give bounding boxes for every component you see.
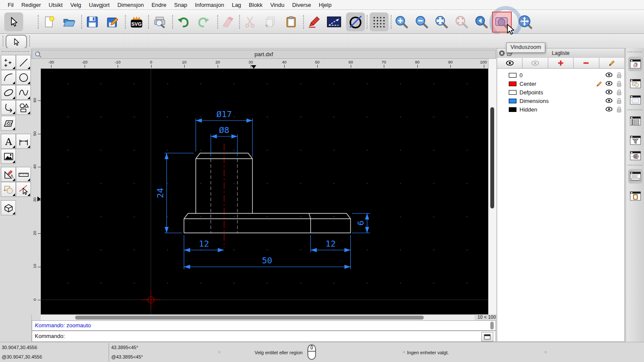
circle-tool-button[interactable] (16, 70, 31, 85)
ruler-tick (251, 65, 251, 68)
menu-diverse[interactable]: Diverse (292, 2, 311, 8)
layer-lock-icon[interactable] (617, 106, 622, 113)
v-scroll-thumb[interactable] (490, 107, 494, 208)
layer-lock-icon[interactable] (617, 72, 622, 78)
layer-list-toggle[interactable] (628, 114, 643, 128)
solid-tool-button[interactable] (1, 200, 16, 215)
copy-icon (264, 15, 277, 28)
preview-panel-toggle[interactable] (628, 93, 643, 107)
document-title-bar[interactable]: part.dxf (32, 50, 496, 59)
layer-row-0[interactable]: 0 (497, 71, 624, 80)
dimension-tool-button[interactable] (16, 134, 31, 149)
layer-row-defpoints[interactable]: Defpoints (497, 88, 624, 97)
menu-snap[interactable]: Snap (174, 2, 187, 8)
text-tool-icon: A (3, 136, 14, 147)
edit-layer-button[interactable] (599, 58, 624, 68)
text-tool-button[interactable]: A (1, 134, 16, 149)
command-widget-toggle[interactable] (628, 169, 643, 184)
selection-filter-toggle[interactable] (628, 133, 643, 148)
open-file-button[interactable] (61, 14, 77, 30)
ruler-tool-icon (18, 169, 29, 180)
zoom-out-button[interactable] (414, 14, 429, 30)
menu-fil[interactable]: Fil (8, 2, 14, 8)
polyline-tool-button[interactable] (1, 100, 16, 115)
layer-visible-icon[interactable] (605, 98, 613, 103)
spline-tool-button[interactable] (16, 85, 31, 100)
menu-vindu[interactable]: Vindu (270, 2, 284, 8)
command-input[interactable]: Kommando: (32, 331, 496, 342)
point-tool-button[interactable] (1, 55, 16, 70)
drawing-canvas[interactable]: Ø17 Ø8 24 6 12 12 50 (41, 69, 488, 314)
layer-lock-icon[interactable] (617, 81, 622, 87)
undo-button[interactable] (176, 14, 191, 30)
selection-arrow-button[interactable] (6, 35, 27, 49)
zoom-auto-button[interactable] (434, 14, 449, 30)
pan-button[interactable] (517, 14, 533, 30)
spline-tool-icon (18, 87, 29, 98)
layer-row-hidden[interactable]: Hidden (497, 106, 624, 114)
menu-informasjon[interactable]: Informasjon (195, 2, 224, 8)
polygon-tool-button[interactable] (16, 100, 31, 115)
print-preview-button[interactable] (152, 14, 167, 30)
draw-line-button[interactable] (326, 14, 342, 30)
add-layer-button[interactable] (548, 58, 574, 68)
menu-rediger[interactable]: Rediger (21, 2, 41, 8)
hide-all-layers-button[interactable] (522, 58, 548, 68)
zoom-back-button[interactable] (474, 14, 489, 30)
delete-button[interactable] (220, 14, 235, 30)
redo-button[interactable] (196, 14, 211, 30)
ruler-label: 30 (32, 197, 37, 203)
layer-visible-icon[interactable] (605, 90, 613, 94)
zoom-in-button[interactable] (394, 14, 409, 30)
save-as-button[interactable] (105, 14, 120, 30)
clipboard-panel-toggle[interactable] (628, 189, 643, 203)
command-window-toggle-button[interactable] (481, 332, 493, 341)
menu-blokk[interactable]: Blokk (249, 2, 263, 8)
remove-layer-button[interactable] (574, 58, 599, 68)
menu-lag[interactable]: Lag (232, 2, 241, 8)
draw-pencil-button[interactable] (307, 14, 322, 30)
layer-lock-icon[interactable] (617, 98, 622, 104)
layer-visible-icon[interactable] (605, 81, 613, 86)
ellipse-tool-button[interactable] (1, 85, 16, 100)
layer-row-dimensions[interactable]: Dimensions (497, 97, 624, 106)
menu-utsikt[interactable]: Utsikt (49, 2, 63, 8)
grid-toggle-button[interactable] (370, 12, 389, 31)
modify-tool-button[interactable] (1, 182, 16, 197)
vertical-scrollbar[interactable] (488, 59, 496, 314)
layer-visible-icon[interactable] (605, 107, 613, 112)
layer-visible-icon[interactable] (605, 72, 613, 77)
layer-row-center[interactable]: Center (497, 80, 624, 88)
show-all-layers-button[interactable] (497, 58, 522, 68)
palette-drag-handle[interactable] (2, 51, 29, 52)
cut-button[interactable] (242, 14, 258, 30)
image-tool-button[interactable] (1, 149, 16, 164)
library-browser-toggle[interactable] (628, 57, 643, 71)
save-button[interactable] (85, 14, 100, 30)
command-history-scrollbar[interactable] (490, 322, 494, 329)
draw-circle-button[interactable] (346, 12, 365, 31)
ruler-tool-button[interactable] (16, 167, 31, 182)
paste-button[interactable] (283, 14, 299, 30)
menu-dimensjon[interactable]: Dimensjon (117, 2, 143, 8)
copy-button[interactable] (263, 14, 278, 30)
h-scroll-thumb[interactable] (75, 316, 424, 320)
hatch-tool-button[interactable] (1, 116, 16, 131)
menu-hjelp[interactable]: Hjelp (319, 2, 332, 8)
new-document-button[interactable] (42, 14, 57, 30)
arc-tool-button[interactable] (1, 70, 16, 85)
layer-lock-icon[interactable] (617, 89, 622, 96)
line-tool-button[interactable] (16, 55, 31, 70)
layer-color-swatch (509, 73, 516, 78)
export-svg-button[interactable]: SVG (129, 14, 144, 30)
menu-endre[interactable]: Endre (152, 2, 167, 8)
zoom-previous-button[interactable] (454, 14, 469, 30)
block-list-toggle[interactable] (628, 76, 643, 91)
horizontal-scrollbar[interactable] (41, 314, 474, 321)
measure-tool-button[interactable] (1, 167, 16, 182)
menu-uavgjort[interactable]: Uavgjort (89, 2, 109, 8)
pen-palette-toggle[interactable] (628, 148, 643, 163)
select-tool-button[interactable] (4, 12, 23, 31)
menu-velg[interactable]: Velg (70, 2, 81, 8)
select-entity-tool-button[interactable] (16, 182, 31, 197)
